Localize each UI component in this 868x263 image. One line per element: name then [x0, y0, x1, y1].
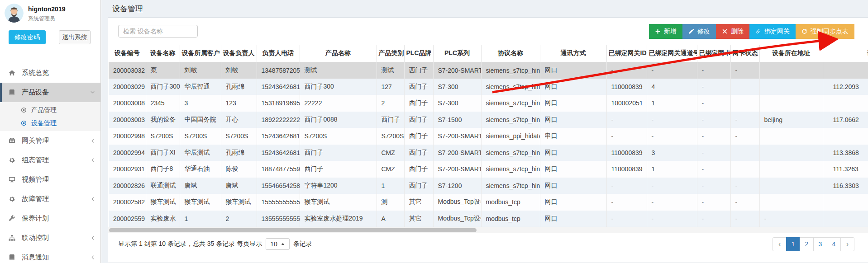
table-cell: S7-200-SMART	[433, 128, 481, 145]
sidebar-item-device-manage[interactable]: 设备管理	[0, 117, 100, 130]
table-row[interactable]: 200003032泵刘敏刘敏13487587205测试测试西门子S7-200-S…	[109, 62, 868, 79]
dot-circle-icon	[21, 107, 28, 113]
table-cell: S7200S	[146, 128, 180, 145]
table-cell: 刘敏	[221, 62, 257, 79]
table-cell: -	[606, 112, 647, 128]
table-cell: 猴车测试	[221, 194, 257, 211]
sidebar-item-system-overview[interactable]: 系统总览	[0, 63, 100, 83]
page-next-button[interactable]: ›	[840, 237, 854, 251]
page-button-1[interactable]: 1	[786, 237, 800, 251]
sidebar-item-maintenance-plan[interactable]: 保养计划	[0, 209, 100, 228]
monitor-icon	[9, 176, 18, 183]
table-cell: 117.0662	[823, 112, 868, 128]
logout-button[interactable]: 退出系统	[59, 30, 91, 44]
page-button-3[interactable]: 3	[813, 237, 827, 251]
bind-gateway-button[interactable]: 绑定网关	[749, 24, 796, 39]
page-button-4[interactable]: 4	[827, 237, 841, 251]
sidebar-item-product-device[interactable]: 产品设备	[0, 83, 100, 102]
page-button-2[interactable]: 2	[800, 237, 814, 251]
add-button[interactable]: 新增	[649, 24, 682, 39]
column-header-16: 设备所在经度	[823, 45, 868, 62]
pagination-bar: 显示第 1 到第 10 条记录，总共 35 条记录 每页显示 10 条记录 ‹1…	[118, 234, 854, 254]
table-cell: -	[730, 178, 759, 194]
page-prev-button[interactable]: ‹	[773, 237, 787, 251]
change-password-button[interactable]: 修改密码	[9, 30, 46, 44]
table-cell: -	[697, 145, 730, 161]
table-cell	[759, 178, 823, 194]
table-cell: 陈俊	[221, 161, 257, 178]
table-cell: 15318919695	[257, 95, 300, 112]
table-cell: -	[606, 194, 647, 211]
sidebar-item-gateway-manage[interactable]: 网关管理	[0, 131, 100, 150]
table-cell: 实验废水	[146, 211, 180, 227]
page-size-dropdown[interactable]: 10	[266, 238, 290, 250]
sidebar-item-label: 联动控制	[22, 234, 49, 242]
delete-button[interactable]: 删除	[716, 24, 749, 39]
column-header-7: PLC品牌	[404, 45, 433, 62]
column-header-1: 设备名称	[146, 45, 180, 62]
sidebar-item-message-notify[interactable]: 消息通知	[0, 248, 100, 263]
sidebar-item-label: 产品设备	[22, 88, 49, 97]
chevron-left-icon	[90, 138, 95, 143]
table-cell: -	[730, 128, 759, 145]
table-row[interactable]: 200003029西门子300华辰智通孔雨绵15243642681西门子3001…	[109, 79, 868, 95]
horizontal-scrollbar-track[interactable]	[108, 227, 868, 233]
table-cell: 网口	[540, 194, 606, 211]
column-header-0: 设备编号	[109, 45, 146, 62]
sidebar-item-fault-manage[interactable]: 故障管理	[0, 189, 100, 209]
table-cell: -	[647, 178, 697, 194]
column-header-3: 设备负责人	[221, 45, 257, 62]
table-cell: 4	[647, 79, 697, 95]
gear-icon	[9, 196, 18, 202]
sidebar-item-label: 故障管理	[22, 195, 49, 203]
table-cell: 110000839	[606, 161, 647, 178]
content-card: 新增修改删除绑定网关强制同步点表 设备编号设备名称设备所属客户设备负责人负责人电…	[108, 17, 868, 263]
table-cell: 西门子	[377, 112, 404, 128]
table-row[interactable]: 200002582猴车测试猴车测试猴车测试15555555555猴车测试测其它M…	[109, 194, 868, 211]
column-header-5: 产品名称	[300, 45, 377, 62]
table-row[interactable]: 200002994西门子XI华辰测试孔雨绵15243642681西门子CMZ西门…	[109, 145, 868, 161]
table-cell: -	[647, 128, 697, 145]
table-cell: 孔雨绵	[221, 79, 257, 95]
table-cell	[823, 95, 868, 112]
search-input[interactable]	[118, 25, 198, 38]
table-row[interactable]: 200002998S7200SS7200SS7200S15243642681S7…	[109, 128, 868, 145]
table-cell: modbus_tcp	[481, 211, 540, 227]
sidebar-item-config-manage[interactable]: 组态管理	[0, 150, 100, 170]
table-row[interactable]: 200003003我的设备中国国务院开心18922222222西门子0088西门…	[109, 112, 868, 128]
column-header-8: PLC系列	[433, 45, 481, 62]
chevron-down-icon	[90, 90, 95, 95]
table-cell: -	[697, 62, 730, 79]
sidebar-item-video-manage[interactable]: 视频管理	[0, 170, 100, 189]
horizontal-scrollbar-thumb[interactable]	[109, 228, 477, 232]
table-cell: -	[647, 211, 697, 227]
table-cell: 1	[377, 178, 404, 194]
table-cell: siemens_s7tcp_hinet	[481, 95, 540, 112]
table-row[interactable]: 200002826联通测试唐斌唐斌15546654258字符串12001西门子S…	[109, 178, 868, 194]
edit-button[interactable]: 修改	[682, 24, 716, 39]
table-cell: 其它	[404, 194, 433, 211]
table-cell: 111.3263	[823, 161, 868, 178]
home-icon	[9, 70, 18, 76]
sidebar-item-label: 设备管理	[31, 119, 57, 127]
table-cell	[730, 79, 759, 95]
sidebar-item-linkage-control[interactable]: 联动控制	[0, 228, 100, 248]
force-sync-button[interactable]: 强制同步点表	[796, 24, 854, 39]
table-cell: 西门子	[404, 79, 433, 95]
column-header-11: 已绑定网关ID	[606, 45, 647, 62]
table-row[interactable]: 2000030082345312315318919695222222西门子S7-…	[109, 95, 868, 112]
table-row[interactable]: 200002931西门子8华通石油陈俊18874877559西门子CMZ西门子S…	[109, 161, 868, 178]
table-cell: S7200S	[221, 128, 257, 145]
table-cell: Modbus_Tcp设备	[433, 194, 481, 211]
chevron-left-icon	[90, 197, 95, 202]
sidebar-item-label: 产品管理	[31, 106, 57, 114]
sidebar-item-product-manage[interactable]: 产品管理	[0, 103, 100, 117]
table-cell: 西门子	[404, 95, 433, 112]
table-cell: S7200S	[300, 128, 377, 145]
table-cell: 1	[647, 161, 697, 178]
button-label: 删除	[731, 28, 744, 36]
table-cell: S7200S	[180, 128, 221, 145]
table-cell: 华辰智通	[180, 79, 221, 95]
table-row[interactable]: 200002559实验废水1213555555555实验室废水处理2019A其它…	[109, 211, 868, 227]
table-cell: -	[759, 211, 823, 227]
